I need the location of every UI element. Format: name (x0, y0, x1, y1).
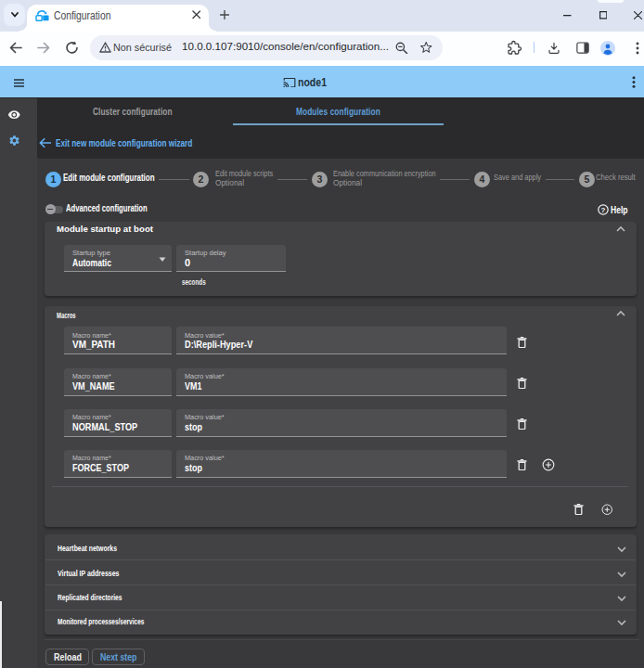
svg-text:?: ? (601, 206, 606, 214)
